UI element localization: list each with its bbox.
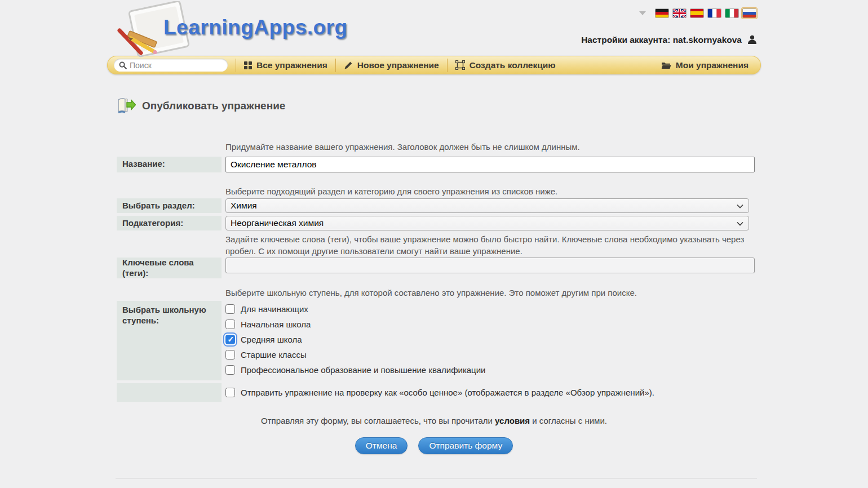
subcategory-select[interactable]: Неорганическая химия — [225, 216, 749, 230]
school-level-option-middle[interactable]: Средняя школа — [225, 335, 755, 344]
empty-label-cell — [117, 383, 222, 402]
chevron-down-icon[interactable] — [639, 11, 646, 15]
nav-my-exercises-label: Мои упражнения — [676, 60, 749, 70]
nav-create-collection[interactable]: Создать коллекцию — [455, 60, 556, 70]
checkbox-icon[interactable] — [225, 304, 235, 314]
submit-form-button[interactable]: Отправить форму — [418, 437, 513, 454]
checkbox-icon[interactable] — [225, 350, 235, 360]
logo-text: LearningApps.org — [163, 16, 348, 39]
search-input[interactable] — [130, 61, 220, 70]
school-level-option-senior[interactable]: Старшие классы — [225, 350, 755, 360]
cancel-button[interactable]: Отмена — [355, 437, 408, 454]
name-row: Название: — [117, 157, 755, 172]
nav-divider — [447, 59, 448, 72]
nav-new-exercise-label: Новое упражнение — [357, 60, 439, 70]
school-level-options: Для начинающих Начальная школа Средняя ш… — [225, 301, 755, 375]
logo[interactable]: LearningApps.org — [112, 1, 348, 57]
tags-label: Ключевые слова (теги): — [117, 258, 222, 279]
learningapps-publish-page: LearningApps.org Настройки аккаунта: nat… — [107, 0, 761, 488]
chevron-down-icon — [737, 221, 743, 226]
section-label: Выбрать раздел: — [117, 198, 222, 213]
selection-frame-icon — [455, 60, 465, 70]
publish-exercise-form-page: Опубликовать упражнение Придумайте назва… — [107, 82, 761, 454]
subcategory-select-value: Неорганическая химия — [231, 218, 324, 228]
option-label: Средняя школа — [241, 335, 302, 344]
special-review-option[interactable]: Отправить упражнение на проверку как «ос… — [225, 388, 654, 397]
account-settings-link[interactable]: Настройки аккаунта: nat.skornyakova — [581, 34, 758, 45]
special-review-label: Отправить упражнение на проверку как «ос… — [241, 388, 654, 397]
flag-italy[interactable] — [724, 7, 740, 19]
language-switcher — [639, 7, 758, 19]
nav-all-exercises-label: Все упражнения — [256, 60, 327, 70]
account-settings-label: Настройки аккаунта: nat.skornyakova — [581, 35, 742, 45]
page-title-text: Опубликовать упражнение — [142, 100, 285, 112]
subcategory-row: Подкатегория: Неорганическая химия — [117, 216, 755, 230]
user-icon — [747, 34, 758, 45]
flag-uk[interactable] — [671, 7, 688, 19]
nav-new-exercise[interactable]: Новое упражнение — [344, 60, 439, 70]
option-label: Начальная школа — [241, 320, 311, 329]
nav-all-exercises[interactable]: Все упражнения — [244, 60, 327, 70]
terms-link[interactable]: условия — [495, 416, 530, 425]
publish-book-icon — [117, 97, 136, 114]
section-select[interactable]: Химия — [225, 198, 749, 213]
search-icon — [119, 61, 127, 69]
agreement-suffix: и согласны с ними. — [530, 416, 607, 425]
school-level-option-professional[interactable]: Профессиональное образование и повышение… — [225, 365, 755, 375]
school-level-row: Выбрать школьную ступень: Для начинающих… — [117, 301, 755, 380]
folder-icon — [661, 61, 671, 69]
school-level-label: Выбрать школьную ступень: — [117, 301, 222, 380]
tags-help-text: Задайте ключевые слова (теги), чтобы ваш… — [225, 234, 750, 257]
name-help-text: Придумайте название вашего упражнения. З… — [225, 141, 750, 153]
checkbox-icon[interactable] — [225, 335, 235, 344]
checkbox-icon[interactable] — [225, 320, 235, 329]
option-label: Профессиональное образование и повышение… — [241, 365, 485, 375]
section-help-text: Выберите подходящий раздел и категорию д… — [225, 186, 750, 198]
level-help-text: Выберите школьную ступень, для которой с… — [225, 287, 750, 299]
nav-divider — [335, 59, 336, 72]
flag-france[interactable] — [706, 7, 723, 19]
footer-divider — [116, 478, 757, 479]
name-label: Название: — [117, 157, 222, 172]
flag-spain[interactable] — [689, 7, 705, 19]
school-level-option-beginners[interactable]: Для начинающих — [225, 304, 755, 314]
nav-create-collection-label: Создать коллекцию — [470, 60, 556, 70]
pencil-icon — [344, 61, 353, 70]
school-level-option-primary[interactable]: Начальная школа — [225, 320, 755, 329]
search-box[interactable] — [114, 59, 228, 72]
tags-row: Ключевые слова (теги): — [117, 258, 755, 279]
page-title: Опубликовать упражнение — [117, 97, 761, 114]
subcategory-label: Подкатегория: — [117, 216, 222, 230]
form-buttons: Отмена Отправить форму — [107, 437, 761, 454]
checkbox-icon[interactable] — [225, 388, 235, 397]
flag-germany[interactable] — [654, 7, 670, 19]
terms-agreement-text: Отправляя эту форму, вы соглашаетесь, чт… — [107, 416, 761, 425]
checkbox-icon[interactable] — [225, 365, 235, 375]
main-navbar: Все упражнения Новое упражнение Создать … — [107, 56, 761, 74]
nav-my-exercises[interactable]: Мои упражнения — [661, 60, 749, 70]
agreement-prefix: Отправляя эту форму, вы соглашаетесь, чт… — [261, 416, 495, 425]
special-review-row: Отправить упражнение на проверку как «ос… — [117, 383, 755, 402]
section-row: Выбрать раздел: Химия — [117, 198, 755, 213]
section-select-value: Химия — [231, 201, 257, 211]
option-label: Для начинающих — [241, 304, 308, 314]
option-label: Старшие классы — [241, 350, 307, 360]
nav-divider — [236, 59, 236, 72]
tags-input[interactable] — [225, 258, 755, 273]
name-input[interactable] — [225, 157, 755, 172]
chevron-down-icon — [737, 204, 743, 208]
flag-russia[interactable] — [741, 7, 758, 19]
grid-icon — [244, 61, 252, 69]
